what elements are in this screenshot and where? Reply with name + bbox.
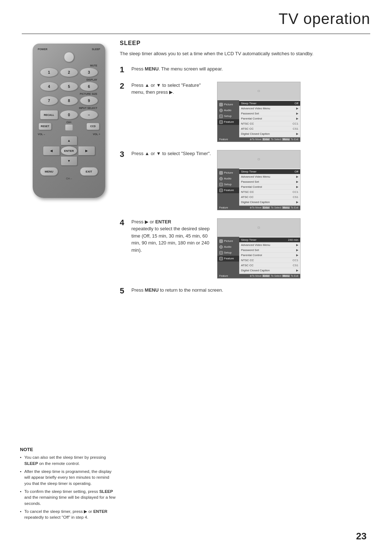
note-list: You can also set the sleep timer by pres… [20, 454, 116, 520]
step-4: 4 Press ▶ or ENTERrepeatedly to select t… [120, 218, 372, 279]
dpad-down[interactable]: ▼ [61, 156, 78, 166]
picture-size-label: PICTURE SIZE [36, 93, 102, 95]
number-grid-3: 7 8 9 [36, 96, 102, 105]
btn-recall[interactable]: RECALL [40, 110, 58, 119]
sidebar-audio-2: Audio [217, 176, 239, 182]
step-4-with-image: Press ▶ or ENTERrepeatedly to select the… [131, 218, 372, 279]
menu-body-2: Picture Audio Setup Feature Sleep TimerO… [217, 169, 300, 206]
title-underline [22, 33, 370, 34]
page-title: TV operation [279, 10, 370, 28]
btn-8[interactable]: 8 [60, 96, 78, 105]
btn-7[interactable]: 7 [40, 96, 58, 105]
recall-row: RECALL 0 – [36, 110, 102, 119]
note-section: NOTE You can also set the sleep timer by… [20, 447, 116, 522]
menu-row-parental-3: Parental Control▶ [239, 253, 300, 258]
menu-sidebar-3: Picture Audio Setup Feature [217, 237, 239, 274]
menu-row-atsc-1: ATSC CCCS1 [239, 126, 300, 131]
step-2: 2 Press ▲ or ▼ to select "Feature" menu,… [120, 82, 372, 142]
tv-screen-preview-3: □ [217, 219, 300, 237]
menu-screenshot-3: □ Picture Audio Setup Feature Sleep Time… [217, 218, 301, 279]
reset-button[interactable]: RESET [38, 123, 52, 130]
page-number: 23 [356, 531, 367, 542]
exit-button[interactable]: EXIT [80, 167, 98, 176]
btn-6[interactable]: 6 [80, 82, 98, 91]
feature-icon-3 [219, 257, 223, 260]
menu-main-3: Sleep Timer240 min Advanced Video Menu▶ … [239, 237, 300, 274]
number-grid: 1 2 3 [36, 68, 102, 77]
dpad-empty-4 [78, 156, 95, 166]
setup-icon-3 [219, 251, 223, 255]
menu-row-pwd-2: Password Set▶ [239, 179, 300, 185]
remote-control: POWER SLEEP MUTE 1 2 3 DISPLAY 4 5 6 PIC… [33, 44, 105, 198]
dpad-empty-1 [43, 136, 60, 145]
step-3-text: Press ▲ or ▼ to select "Sleep Timer". [131, 150, 211, 157]
menu-body-3: Picture Audio Setup Feature Sleep Timer2… [217, 237, 300, 274]
sidebar-picture-1: Picture [217, 102, 239, 108]
menu-footer-2: Feature ⊕To Move Enter To Select Menu To… [217, 206, 300, 210]
sidebar-setup-1: Setup [217, 113, 239, 119]
directional-pad: ▲ ◀ ENTER ▶ ▼ [36, 136, 102, 166]
tv-screen-preview-1: □ [217, 82, 300, 100]
dpad-empty-3 [43, 156, 60, 166]
menu-main-1: Sleep TimerOff Advanced Video Menu▶ Pass… [239, 100, 300, 137]
step-2-content: Press ▲ or ▼ to select "Feature" menu, t… [131, 82, 372, 142]
step-3-with-image: Press ▲ or ▼ to select "Sleep Timer". □ … [131, 150, 372, 210]
btn-9[interactable]: 9 [80, 96, 98, 105]
setup-icon-1 [219, 114, 223, 118]
menu-row-parental-2: Parental Control▶ [239, 185, 300, 190]
step-1-text: Press MENU. The menu screen will appear. [131, 65, 372, 73]
sidebar-picture-3: Picture [217, 238, 239, 244]
menu-row-sleep-2: Sleep TimerOff [239, 169, 300, 174]
step-5-text: Press MENU to return to the normal scree… [131, 287, 372, 294]
ccd-button[interactable]: CCD [86, 123, 99, 130]
dpad-up[interactable]: ▲ [61, 136, 78, 145]
menu-row-ntsc-3: NTSC CCCC1 [239, 258, 300, 263]
dpad-left[interactable]: ◀ [43, 146, 60, 155]
btn-dash[interactable]: – [80, 110, 98, 119]
step-1: 1 Press MENU. The menu screen will appea… [120, 65, 372, 74]
menu-row-ntsc-1: NTSC CCCC1 [239, 121, 300, 126]
intro-text: The sleep timer allows you to set a time… [120, 50, 372, 57]
btn-4[interactable]: 4 [40, 82, 58, 91]
power-button[interactable] [64, 52, 74, 62]
main-content: SLEEP The sleep timer allows you to set … [120, 40, 372, 303]
dpad-right[interactable]: ▶ [78, 146, 95, 155]
step-4-content: Press ▶ or ENTERrepeatedly to select the… [131, 218, 372, 279]
btn-0[interactable]: 0 [60, 110, 78, 119]
menu-row-dcc-1: Digital Closed Caption▶ [239, 131, 300, 137]
menu-button[interactable]: MENU [40, 167, 58, 176]
step-2-number: 2 [120, 82, 128, 90]
sidebar-audio-3: Audio [217, 244, 239, 250]
menu-exit-row: MENU EXIT [36, 167, 102, 176]
section-title: SLEEP [120, 40, 372, 46]
btn-1[interactable]: 1 [40, 68, 58, 77]
menu-row-adv-2: Advanced Video Menu▶ [239, 174, 300, 179]
menu-main-2: Sleep TimerOff Advanced Video Menu▶ Pass… [239, 169, 300, 206]
menu-footer-1: Feature ⊕To Move Enter To Select Menu To… [217, 137, 300, 142]
step-1-content: Press MENU. The menu screen will appear. [131, 65, 372, 73]
feature-icon-1 [219, 120, 223, 124]
btn-2[interactable]: 2 [60, 68, 78, 77]
menu-row-sleep-3: Sleep Timer240 min [239, 238, 300, 243]
note-item-1: You can also set the sleep timer by pres… [20, 454, 116, 466]
menu-row-ntsc-2: NTSC CCCC1 [239, 190, 300, 195]
menu-row-atsc-3: ATSC CCCS1 [239, 263, 300, 268]
menu-screenshot-1: □ Picture Audio Setup Feature Sleep Time… [217, 82, 301, 142]
btn-3[interactable]: 3 [80, 68, 98, 77]
vol-labels: VOL – VOL + [36, 133, 102, 135]
note-item-4: To cancel the sleep timer, press ▶ or EN… [20, 509, 116, 520]
menu-footer-3: Feature ⊕To Move Enter To Select Menu To… [217, 274, 300, 278]
step-1-number: 1 [120, 66, 128, 74]
btn-5[interactable]: 5 [60, 82, 78, 91]
feature-icon-2 [219, 189, 223, 192]
vol-plus-label: VOL + [93, 133, 100, 135]
sidebar-setup-2: Setup [217, 182, 239, 187]
setup-icon-2 [219, 183, 223, 186]
ch-plus-label: CH+ [65, 121, 73, 123]
menu-row-atsc-2: ATSC CCCS1 [239, 195, 300, 200]
menu-sidebar-2: Picture Audio Setup Feature [217, 169, 239, 206]
menu-row-adv-1: Advanced Video Menu▶ [239, 106, 300, 111]
menu-screenshot-2: □ Picture Audio Setup Feature Sleep Time… [217, 150, 301, 210]
enter-button[interactable]: ENTER [61, 146, 78, 155]
input-select-label: INPUT SELECT [36, 107, 102, 109]
